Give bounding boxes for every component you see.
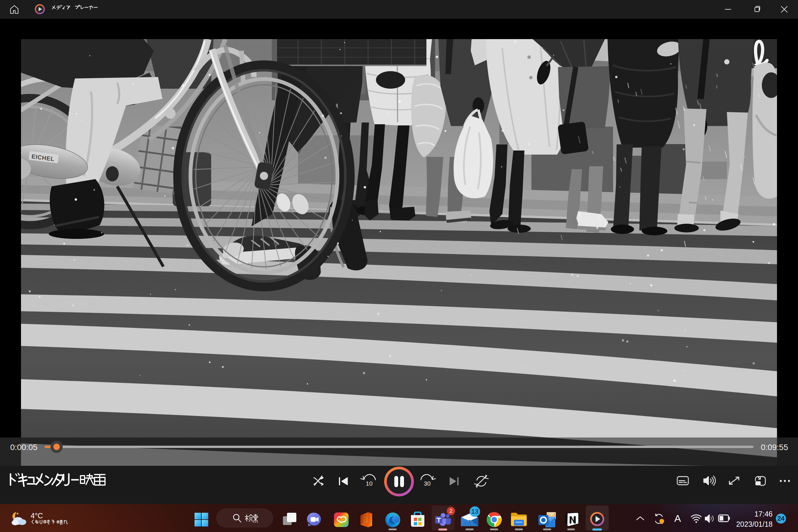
svg-text:10: 10 xyxy=(366,480,373,487)
svg-text:30: 30 xyxy=(424,480,431,487)
